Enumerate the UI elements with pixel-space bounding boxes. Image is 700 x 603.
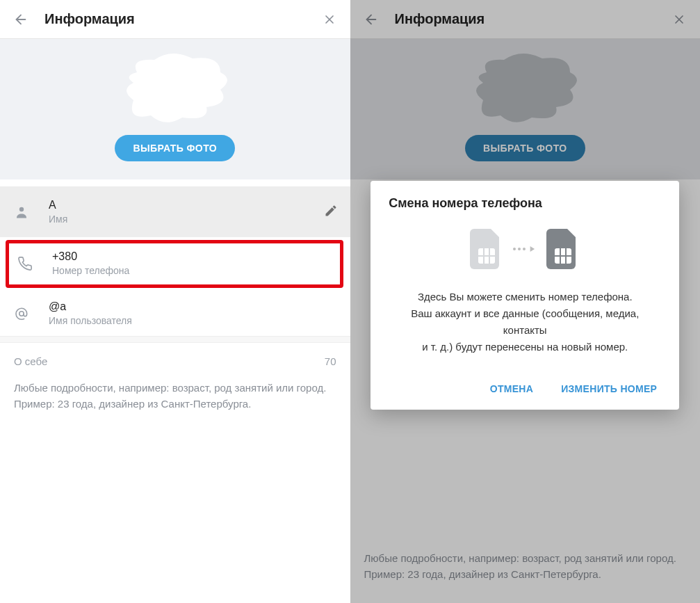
name-label: Имя — [49, 214, 306, 225]
about-label: О себе — [14, 355, 47, 367]
dialog-body-line1: Здесь Вы можете сменить номер телефона. — [389, 289, 661, 305]
photo-area: ВЫБРАТЬ ФОТО — [0, 39, 350, 179]
dialog-body: Здесь Вы можете сменить номер телефона. … — [389, 289, 661, 355]
about-counter: 70 — [325, 355, 336, 367]
dialog-body-line3: и т. д.) будут перенесены на новый номер… — [389, 339, 661, 355]
phone-row[interactable]: +380 Номер телефона — [6, 240, 343, 288]
transfer-arrow-icon — [513, 244, 537, 254]
change-number-button[interactable]: ИЗМЕНИТЬ НОМЕР — [557, 378, 661, 400]
settings-panel-left: Информация ВЫБРАТЬ ФОТО А Имя — [0, 0, 350, 603]
about-hint-line1: Любые подробности, например: возраст, ро… — [14, 380, 336, 396]
sim-graphic — [389, 229, 661, 269]
name-value: А — [49, 199, 306, 211]
dialog-actions: ОТМЕНА ИЗМЕНИТЬ НОМЕР — [389, 373, 661, 400]
header: Информация — [0, 0, 350, 39]
username-texts: @a Имя пользователя — [49, 300, 338, 326]
section-divider — [0, 336, 350, 343]
svg-point-3 — [19, 207, 24, 211]
change-phone-dialog: Смена номера телефона Здесь Вы можете см… — [371, 181, 679, 410]
avatar-placeholder — [116, 51, 234, 128]
sim-new-icon — [546, 229, 580, 269]
phone-icon — [16, 255, 34, 273]
close-button[interactable] — [320, 10, 339, 29]
settings-panel-right: Информация ВЫБРАТЬ ФОТО Любые подробност… — [350, 0, 701, 603]
cancel-button[interactable]: ОТМЕНА — [486, 378, 537, 400]
dialog-body-line2: Ваш аккаунт и все данные (сообщения, мед… — [389, 305, 661, 339]
info-list: А Имя +380 Номер телефона @a Имя пользов… — [0, 186, 350, 336]
phone-texts: +380 Номер телефона — [52, 250, 333, 276]
page-title: Информация — [44, 11, 306, 27]
sim-old-icon — [470, 229, 503, 269]
username-row[interactable]: @a Имя пользователя — [0, 291, 350, 336]
dialog-title: Смена номера телефона — [389, 196, 661, 211]
svg-point-4 — [19, 311, 24, 315]
edit-name-button[interactable] — [324, 204, 338, 220]
name-texts: А Имя — [49, 199, 306, 225]
username-label: Имя пользователя — [49, 315, 338, 326]
about-row[interactable]: О себе 70 — [0, 343, 350, 374]
close-icon — [323, 13, 336, 26]
person-icon — [13, 203, 31, 221]
at-icon — [13, 305, 31, 323]
back-button[interactable] — [11, 10, 31, 29]
phone-label: Номер телефона — [52, 265, 333, 276]
about-hint-line2: Пример: 23 года, дизайнер из Санкт-Петер… — [14, 396, 336, 412]
spacer — [0, 179, 350, 186]
about-hint: Любые подробности, например: возраст, ро… — [0, 374, 350, 426]
name-row[interactable]: А Имя — [0, 186, 350, 237]
phone-value: +380 — [52, 250, 333, 263]
username-value: @a — [49, 300, 338, 313]
choose-photo-button[interactable]: ВЫБРАТЬ ФОТО — [115, 135, 235, 161]
pencil-icon — [324, 204, 338, 218]
arrow-left-icon — [13, 12, 29, 27]
